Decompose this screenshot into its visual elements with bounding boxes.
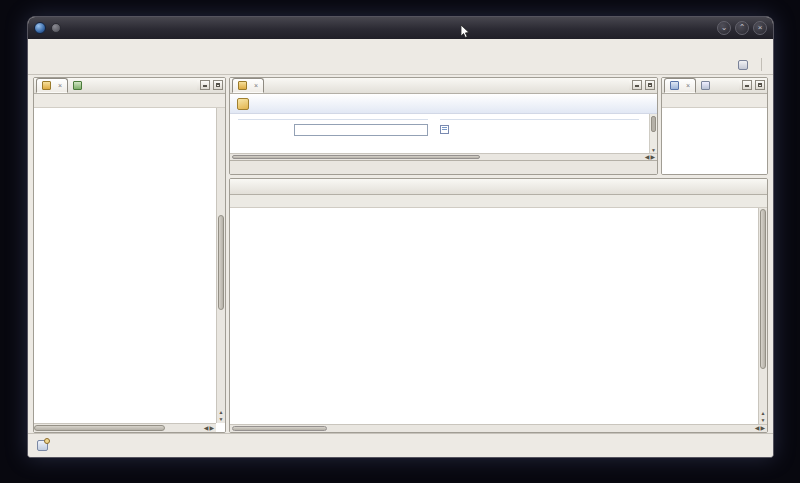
open-perspective-button[interactable] [731,58,755,72]
console-tab-row [230,179,767,195]
dependencies-bullet [440,124,639,134]
tab-editor-modelvalidator[interactable]: × [232,78,264,93]
scroll-thumb[interactable] [34,425,165,431]
open-perspective-icon [738,60,748,70]
outline-view: × [661,77,768,175]
explorer-tab-row: × [34,78,225,94]
project-explorer-view: × ▲▼ ◀▶ [33,77,226,433]
editor-outline-row: × [229,77,768,175]
explorer-tree[interactable]: ▲▼ ◀▶ [34,108,225,432]
maximize-button[interactable]: ⌃ [735,21,749,35]
statusbar-trim-icon[interactable] [37,440,48,451]
outline-tree[interactable] [662,108,767,174]
console-hscrollbar[interactable]: ◀▶ [230,424,767,432]
maximize-view-icon[interactable] [755,80,765,90]
plugin-icon [237,98,249,110]
title-bar[interactable]: ⌄ ⌃ × [28,17,773,39]
window-controls: ⌄ ⌃ × [717,21,767,35]
minimize-view-icon[interactable] [200,80,210,90]
manifest-editor: × [229,77,658,175]
perspective-bar [731,58,768,72]
scroll-thumb[interactable] [232,426,327,431]
minimize-view-icon[interactable] [632,80,642,90]
type-hierarchy-icon [73,81,82,90]
plugin-content-section [440,117,647,153]
explorer-hscrollbar[interactable]: ◀▶ [34,423,216,432]
mouse-cursor [461,25,470,38]
workbench-area: × ▲▼ ◀▶ [28,75,773,433]
minimize-view-icon[interactable] [742,80,752,90]
maximize-view-icon[interactable] [213,80,223,90]
console-output-area[interactable]: ▲▼ [230,208,767,424]
close-icon[interactable]: × [254,82,258,89]
console-view: ▲▼ ◀▶ [229,178,768,433]
id-field-row [238,124,428,136]
project-explorer-icon [42,81,51,90]
close-button[interactable]: × [753,21,767,35]
scroll-thumb[interactable] [651,116,656,132]
plugin-id-input[interactable] [294,124,428,136]
status-bar [28,433,773,457]
app-icon [51,23,61,33]
form-hscrollbar[interactable]: ◀▶ [230,153,657,160]
window-menu-icon[interactable] [34,22,46,34]
tab-type-hierarchy[interactable] [68,78,90,93]
task-list-icon [701,81,710,90]
form-vscrollbar[interactable]: ▲ ▼ [649,114,657,153]
scroll-thumb[interactable] [760,209,766,369]
scroll-thumb[interactable] [218,215,224,310]
tab-task-list[interactable] [696,78,718,93]
form-page-tabs [230,160,657,174]
form-page-header [230,94,657,114]
eclipse-window: ⌄ ⌃ × × [27,16,774,458]
maximize-view-icon[interactable] [645,80,655,90]
close-icon[interactable]: × [686,82,690,89]
console-status-row [230,195,767,208]
minimize-button[interactable]: ⌄ [717,21,731,35]
main-toolbar [28,55,773,75]
section-title [238,117,428,120]
general-information-section [238,117,428,153]
dependencies-page-icon [440,125,449,134]
explorer-vscrollbar[interactable]: ▲▼ [216,108,225,423]
outline-tab-row: × [662,78,767,94]
editor-tab-row: × [230,78,657,94]
tab-project-explorer[interactable]: × [36,78,68,93]
close-icon[interactable]: × [58,82,62,89]
section-title [440,117,639,120]
form-page-title [237,98,254,110]
console-vscrollbar[interactable]: ▲▼ [758,208,767,424]
tab-outline[interactable]: × [664,78,696,93]
plugin-manifest-icon [238,81,247,90]
overview-form-body: ▲ ▼ [230,114,657,153]
right-column: × [229,77,768,433]
menu-bar [28,39,773,55]
outline-toolbar [662,94,767,108]
outline-icon [670,81,679,90]
scroll-thumb[interactable] [232,155,480,159]
explorer-toolbar [34,94,225,108]
